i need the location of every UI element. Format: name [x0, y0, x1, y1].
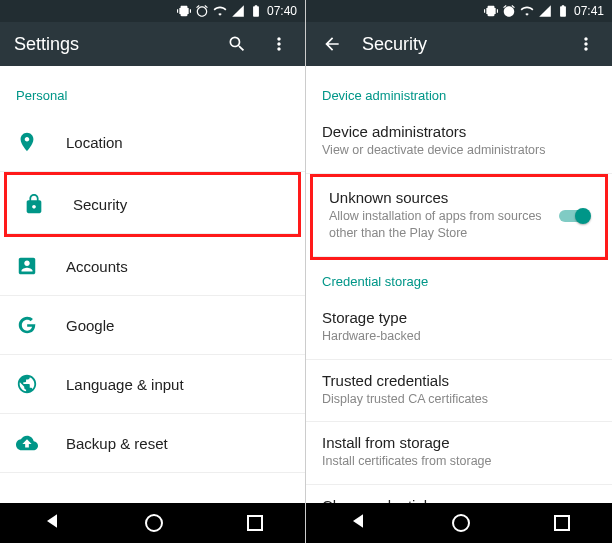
location-icon [16, 131, 38, 153]
pref-sub: Install certificates from storage [322, 453, 596, 470]
section-credential-storage: Credential storage [306, 260, 612, 297]
battery-icon [249, 4, 263, 18]
pref-sub: Allow installation of apps from sources … [329, 208, 589, 242]
arrow-back-icon [322, 34, 342, 54]
nav-back-button[interactable] [348, 511, 368, 535]
nav-recent-button[interactable] [554, 515, 570, 531]
pref-clear-credentials[interactable]: Clear credentials [306, 485, 612, 503]
settings-item-backup[interactable]: Backup & reset [0, 414, 305, 473]
unknown-sources-toggle[interactable] [557, 207, 591, 225]
more-vert-icon [269, 34, 289, 54]
phone-settings: 07:40 Settings Personal Location Securit… [0, 0, 306, 543]
backup-icon [16, 432, 38, 454]
account-icon [16, 255, 38, 277]
search-button[interactable] [225, 32, 249, 56]
item-label: Backup & reset [66, 435, 168, 452]
pref-title: Trusted credentials [322, 372, 596, 389]
nav-bar [0, 503, 305, 543]
vibrate-icon [177, 4, 191, 18]
circle-home-icon [145, 514, 163, 532]
overflow-menu-button[interactable] [574, 32, 598, 56]
signal-icon [538, 4, 552, 18]
phone-security: 07:41 Security Device administration Dev… [306, 0, 612, 543]
app-title: Security [362, 34, 556, 55]
pref-sub: Hardware-backed [322, 328, 596, 345]
wifi-icon [520, 4, 534, 18]
settings-list: Personal Location Security Accounts [0, 66, 305, 503]
nav-back-button[interactable] [42, 511, 62, 535]
nav-recent-button[interactable] [247, 515, 263, 531]
vibrate-icon [484, 4, 498, 18]
lock-icon [23, 193, 45, 215]
pref-title: Device administrators [322, 123, 596, 140]
security-list: Device administration Device administrat… [306, 66, 612, 503]
search-icon [227, 34, 247, 54]
globe-icon [16, 373, 38, 395]
item-label: Google [66, 317, 114, 334]
app-bar: Settings [0, 22, 305, 66]
wifi-icon [213, 4, 227, 18]
item-label: Accounts [66, 258, 128, 275]
settings-item-accounts[interactable]: Accounts [0, 237, 305, 296]
status-time: 07:41 [574, 4, 604, 18]
square-recent-icon [554, 515, 570, 531]
pref-install-from-storage[interactable]: Install from storage Install certificate… [306, 422, 612, 485]
pref-title: Storage type [322, 309, 596, 326]
highlight-unknown-sources: Unknown sources Allow installation of ap… [310, 174, 608, 260]
settings-item-location[interactable]: Location [0, 113, 305, 172]
app-bar: Security [306, 22, 612, 66]
app-title: Settings [14, 34, 207, 55]
highlight-security: Security [4, 172, 301, 237]
section-device-admin: Device administration [306, 74, 612, 111]
status-bar: 07:40 [0, 0, 305, 22]
settings-item-security[interactable]: Security [7, 175, 298, 234]
nav-home-button[interactable] [452, 514, 470, 532]
settings-item-google[interactable]: Google [0, 296, 305, 355]
status-time: 07:40 [267, 4, 297, 18]
pref-trusted-credentials[interactable]: Trusted credentials Display trusted CA c… [306, 360, 612, 423]
back-button[interactable] [320, 32, 344, 56]
square-recent-icon [247, 515, 263, 531]
google-icon [16, 314, 38, 336]
triangle-back-icon [348, 511, 368, 531]
nav-bar [306, 503, 612, 543]
pref-device-administrators[interactable]: Device administrators View or deactivate… [306, 111, 612, 174]
battery-icon [556, 4, 570, 18]
pref-unknown-sources[interactable]: Unknown sources Allow installation of ap… [313, 177, 605, 257]
overflow-menu-button[interactable] [267, 32, 291, 56]
nav-home-button[interactable] [145, 514, 163, 532]
alarm-icon [195, 4, 209, 18]
triangle-back-icon [42, 511, 62, 531]
toggle-thumb [575, 208, 591, 224]
alarm-icon [502, 4, 516, 18]
category-personal: Personal [0, 74, 305, 113]
settings-item-language[interactable]: Language & input [0, 355, 305, 414]
signal-icon [231, 4, 245, 18]
pref-storage-type[interactable]: Storage type Hardware-backed [306, 297, 612, 360]
status-bar: 07:41 [306, 0, 612, 22]
pref-sub: View or deactivate device administrators [322, 142, 596, 159]
circle-home-icon [452, 514, 470, 532]
pref-title: Install from storage [322, 434, 596, 451]
pref-title: Unknown sources [329, 189, 589, 206]
item-label: Security [73, 196, 127, 213]
item-label: Language & input [66, 376, 184, 393]
pref-sub: Display trusted CA certificates [322, 391, 596, 408]
item-label: Location [66, 134, 123, 151]
more-vert-icon [576, 34, 596, 54]
